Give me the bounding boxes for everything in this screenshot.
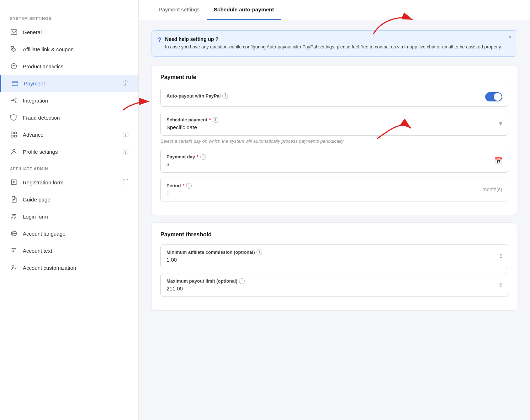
sidebar-item-language-label: Account language (23, 231, 128, 237)
sidebar-item-payment-label: Payment (24, 80, 118, 86)
max-payout-label: Maximum payout limit (optional) i (166, 278, 499, 284)
auto-payout-toggle[interactable] (485, 92, 502, 101)
sidebar: SYSTEM SETTINGS General Affiliate link &… (0, 0, 139, 420)
sidebar-item-account-text[interactable]: Account text (0, 242, 138, 259)
sidebar-item-fraud-label: Fraud detection (23, 115, 128, 121)
sidebar-item-payment[interactable]: Payment i (0, 75, 138, 92)
max-payout-inner: Maximum payout limit (optional) i 211.00 (166, 278, 499, 292)
min-commission-value: 1.00 (166, 257, 499, 263)
sidebar-item-profile[interactable]: Profile settings i (0, 143, 138, 160)
payment-day-value: 3 (166, 161, 494, 167)
file-icon (10, 195, 18, 203)
max-payout-value: 211.00 (166, 285, 499, 292)
payment-day-label: Payment day * i (166, 154, 494, 160)
calendar-icon: 📅 (494, 157, 502, 164)
payment-day-info-icon[interactable]: i (200, 154, 206, 160)
svg-rect-3 (12, 81, 18, 85)
sidebar-item-integration[interactable]: Integration (0, 92, 138, 109)
shield-icon (10, 114, 18, 121)
period-info-icon[interactable]: i (186, 183, 192, 189)
grid-icon (10, 131, 18, 138)
sidebar-item-customization-label: Account customization (23, 265, 128, 271)
login-icon (10, 212, 18, 220)
info-banner-body: In case you have any questions while con… (165, 43, 510, 51)
sidebar-item-fraud[interactable]: Fraud detection (0, 109, 138, 126)
info-banner: ? Need help setting up ? In case you hav… (152, 30, 517, 57)
min-commission-info-icon[interactable]: i (256, 250, 262, 255)
payment-threshold-title: Payment threshold (160, 231, 508, 238)
dropdown-arrow-icon: ▾ (499, 120, 502, 127)
sidebar-item-advance[interactable]: Advance i (0, 126, 138, 143)
form-icon (10, 178, 18, 186)
affiliate-admin-section-title: AFFILIATE ADMIN (0, 160, 138, 174)
sidebar-item-general[interactable]: General (0, 23, 138, 41)
main-content: Payment settings Schedule auto-payment ?… (139, 0, 530, 420)
svg-rect-8 (15, 132, 17, 134)
info-banner-text: Need help setting up ? In case you have … (165, 36, 510, 51)
tab-payment-settings[interactable]: Payment settings (152, 0, 207, 20)
auto-payout-field: Auto-payout with PayPal i (160, 87, 508, 107)
auto-payout-inner: Auto-payout with PayPal i (166, 93, 485, 100)
text-icon (10, 247, 18, 254)
schedule-payment-value: Specific date (166, 124, 499, 130)
schedule-payment-inner: Schedule payment * i Specific date (166, 117, 499, 130)
svg-rect-7 (11, 132, 14, 134)
system-settings-section-title: SYSTEM SETTINGS (0, 10, 138, 23)
card-icon (11, 79, 19, 87)
globe-icon (10, 230, 18, 237)
sidebar-item-affiliate-label: Affiliate link & coupon (23, 46, 128, 52)
integration-icon (10, 96, 18, 104)
period-value: 1 (166, 190, 483, 196)
toggle-knob (494, 93, 502, 101)
sidebar-item-profile-label: Profile settings (23, 149, 118, 155)
svg-point-11 (13, 149, 15, 152)
sidebar-item-product-analytics-label: Product analytics (23, 63, 128, 69)
min-commission-inner: Minimum affiliate commission (optional) … (166, 250, 499, 263)
svg-point-4 (11, 100, 12, 101)
schedule-payment-info-icon[interactable]: i (213, 117, 218, 123)
period-inner: Period * i 1 (166, 183, 483, 196)
user-icon (10, 148, 18, 156)
sidebar-item-guide-page[interactable]: Guide page (0, 191, 138, 208)
payment-day-inner: Payment day * i 3 (166, 154, 494, 167)
sidebar-item-login-form[interactable]: Login form (0, 208, 138, 225)
envelope-icon (10, 28, 18, 36)
period-label: Period * i (166, 183, 483, 189)
sidebar-item-account-language[interactable]: Account language (0, 225, 138, 242)
min-commission-field: Minimum affiliate commission (optional) … (160, 244, 508, 268)
sidebar-item-registration-label: Registration form (23, 179, 118, 185)
sidebar-item-general-label: General (23, 29, 128, 35)
svg-rect-0 (11, 30, 17, 34)
sidebar-item-guide-label: Guide page (23, 196, 128, 203)
payment-rule-title: Payment rule (160, 74, 508, 80)
min-commission-label: Minimum affiliate commission (optional) … (166, 250, 499, 255)
info-banner-close[interactable]: × (509, 34, 512, 41)
sidebar-item-product-analytics[interactable]: Product analytics (0, 58, 138, 75)
schedule-payment-label: Schedule payment * i (166, 117, 499, 123)
customize-icon (10, 264, 18, 272)
max-payout-info-icon[interactable]: i (239, 278, 245, 284)
tag-icon (10, 45, 18, 53)
sidebar-item-affiliate-link[interactable]: Affiliate link & coupon (0, 41, 138, 58)
info-question-icon: ? (158, 36, 161, 44)
advance-info-icon[interactable]: i (123, 132, 128, 137)
sidebar-item-account-text-label: Account text (23, 248, 128, 254)
auto-payout-info-icon[interactable]: i (222, 93, 228, 99)
sidebar-item-registration-form[interactable]: Registration form ⛶ (0, 174, 138, 191)
svg-rect-10 (15, 135, 17, 137)
payment-day-field: Payment day * i 3 📅 (160, 149, 508, 173)
sidebar-item-login-label: Login form (23, 214, 128, 220)
period-field: Period * i 1 month(s) (160, 178, 508, 201)
tab-schedule-auto-payment[interactable]: Schedule auto-payment (207, 0, 281, 20)
min-commission-suffix: $ (499, 253, 502, 259)
schedule-payment-field[interactable]: Schedule payment * i Specific date ▾ (160, 112, 508, 136)
chart-icon (10, 62, 18, 70)
max-payout-field: Maximum payout limit (optional) i 211.00… (160, 273, 508, 297)
payment-info-icon[interactable]: i (123, 80, 128, 86)
sidebar-item-account-customization[interactable]: Account customization (0, 259, 138, 276)
schedule-hint: Select a certain day on which the system… (160, 138, 508, 144)
expand-icon[interactable]: ⛶ (123, 179, 128, 185)
svg-point-13 (14, 214, 16, 216)
svg-rect-9 (11, 135, 14, 137)
profile-info-icon[interactable]: i (123, 149, 128, 154)
